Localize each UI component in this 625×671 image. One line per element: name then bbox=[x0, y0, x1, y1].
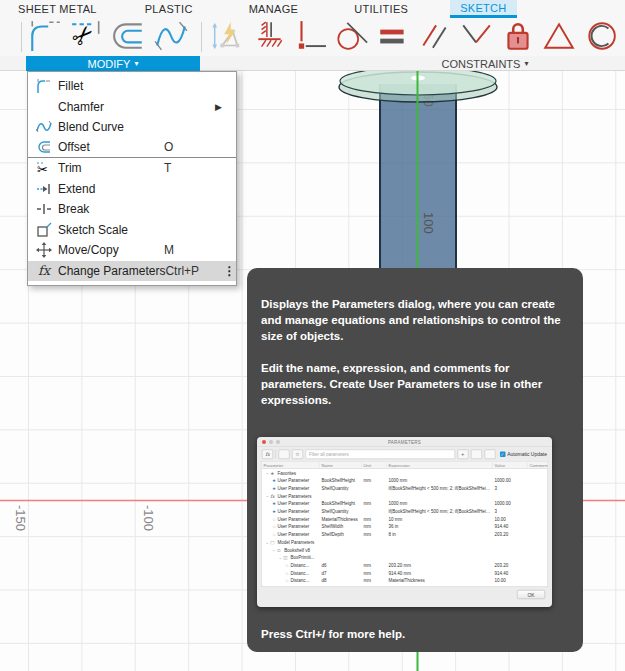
expand-caret-icon: ⌄ bbox=[266, 540, 269, 545]
menu-item[interactable]: Fillet ▶ ⋮ bbox=[28, 76, 236, 97]
expand-caret-icon: ⌄ bbox=[266, 494, 269, 499]
menu-item[interactable]: Move/Copy M ▶ ⋮ bbox=[28, 240, 236, 261]
chevron-down-icon: ▾ bbox=[524, 60, 528, 68]
row-type-icon: ★ bbox=[270, 470, 274, 475]
dialog-footer: OK bbox=[257, 587, 552, 603]
parameter-row: ☆ User Parameter MaterialThickness mm 10… bbox=[262, 515, 548, 523]
y-axis-tick-label: 100 bbox=[421, 212, 436, 234]
modify-dropdown-menu: Fillet ▶ ⋮ Chamfer ▶ ⋮ Blend Curve ▶ ⋮ O… bbox=[27, 71, 237, 286]
row-type-icon: fx bbox=[270, 493, 274, 498]
parameter-row: ⌄ fx User Parameters bbox=[262, 492, 548, 500]
menu-item[interactable]: Offset O ▶ ⋮ bbox=[28, 138, 236, 159]
menu-item-icon bbox=[34, 99, 54, 115]
filter-user-params-button bbox=[279, 449, 290, 459]
extend-tool-icon-partial[interactable] bbox=[0, 21, 14, 55]
favorite-star-icon: ★ bbox=[272, 509, 276, 514]
ribbon-tab[interactable]: UTILITIES bbox=[344, 0, 418, 18]
filter-parameters-input bbox=[306, 449, 455, 459]
x-axis-tick-label: -100 bbox=[141, 505, 156, 531]
parameter-row: ☆ Distanc... d6 mm 203.20 mm 203.20 bbox=[262, 561, 548, 569]
window-traffic-lights-icon bbox=[262, 440, 280, 444]
constraint-tool-icon[interactable] bbox=[376, 21, 410, 55]
parameter-row: ⌄ ▢ Model Parameters bbox=[262, 538, 548, 546]
favorite-star-icon: ☆ bbox=[272, 517, 276, 522]
constraint-tool-icon[interactable] bbox=[501, 21, 535, 55]
svg-text:✂: ✂ bbox=[37, 162, 48, 176]
constraint-tool-icon[interactable] bbox=[542, 21, 576, 55]
menu-item[interactable]: Extend ▶ ⋮ bbox=[28, 179, 236, 200]
parameter-row: ☆ Distanc... d8 mm MaterialThickness 10.… bbox=[262, 577, 548, 585]
favorite-star-icon: ☆ bbox=[272, 524, 276, 529]
parameter-row: ☆ Distanc... d7 mm 914.40 mm 914.40 bbox=[262, 569, 548, 577]
ribbon-toolbar: ✂ bbox=[0, 18, 625, 56]
row-type-icon: ◫ bbox=[283, 555, 287, 560]
constraint-tool-icon[interactable] bbox=[459, 21, 493, 55]
parameters-table-body: ⌄ ★ Favorites bbox=[262, 469, 548, 584]
dialog-title-bar: PARAMETERS bbox=[257, 437, 552, 447]
toolbar-separator bbox=[21, 22, 22, 52]
parameter-row: ★ User Parameter BookShelfHeight mm 1000… bbox=[262, 477, 548, 485]
constraint-tool-icon[interactable] bbox=[293, 21, 327, 55]
expand-caret-icon: ⌄ bbox=[279, 555, 282, 560]
menu-item[interactable]: Break ▶ ⋮ bbox=[28, 199, 236, 220]
menu-item-icon bbox=[34, 181, 54, 197]
menu-item[interactable]: Blend Curve ▶ ⋮ bbox=[28, 117, 236, 138]
menu-item-icon bbox=[34, 119, 54, 135]
menu-item-icon bbox=[34, 78, 54, 94]
favorite-star-icon: ★ bbox=[272, 501, 276, 506]
automatic-update-checkbox: ✓ Automatic Update bbox=[500, 451, 547, 457]
menu-item[interactable]: Sketch Scale ▶ ⋮ bbox=[28, 220, 236, 241]
menu-item-shortcut: T bbox=[164, 161, 210, 175]
svg-text:✂: ✂ bbox=[70, 19, 100, 53]
x-axis-tick-label: -150 bbox=[13, 505, 28, 531]
modify-tool-icon[interactable] bbox=[112, 21, 146, 55]
constraint-tool-icon[interactable] bbox=[252, 21, 286, 55]
delete-parameter-button bbox=[484, 449, 495, 459]
parameter-row: ☆ User Parameter ShelfDepth mm 8 in 203.… bbox=[262, 531, 548, 539]
menu-item-icon bbox=[34, 242, 54, 258]
expand-caret-icon: ⌄ bbox=[272, 548, 275, 553]
ribbon-tab[interactable]: PLASTIC bbox=[135, 0, 203, 18]
ribbon-tab[interactable]: SKETCH bbox=[450, 0, 516, 18]
modify-dropdown-button[interactable]: MODIFY ▾ bbox=[26, 56, 200, 71]
submenu-arrow-icon: ▶ bbox=[210, 102, 222, 112]
favorite-star-icon: ☆ bbox=[272, 532, 276, 537]
ribbon-tab[interactable]: SHEET METAL bbox=[8, 0, 107, 18]
constraints-dropdown-button[interactable]: CONSTRAINTS ▾ bbox=[442, 56, 529, 71]
checkbox-checked-icon: ✓ bbox=[500, 451, 506, 457]
parameter-row: ⌄ 🗋 Bookshelf v8 bbox=[262, 546, 548, 554]
chevron-down-icon: ▾ bbox=[134, 60, 138, 68]
favorite-star-icon: ★ bbox=[272, 486, 276, 491]
favorite-star-icon: ☆ bbox=[285, 563, 289, 568]
overflow-menu-icon[interactable]: ⋮ bbox=[223, 264, 233, 278]
constraint-tool-icon[interactable] bbox=[584, 21, 618, 55]
expand-caret-icon: ⌄ bbox=[266, 471, 269, 476]
menu-item-icon bbox=[34, 139, 54, 155]
parameter-row: ★ User Parameter ShelfQuantity if(BookSh… bbox=[262, 507, 548, 515]
favorite-star-icon: ☆ bbox=[285, 570, 289, 575]
change-parameters-tooltip: Displays the Parameters dialog, where yo… bbox=[247, 268, 583, 652]
favorite-star-icon: ★ bbox=[272, 478, 276, 483]
modify-tool-icon[interactable] bbox=[28, 21, 62, 55]
dialog-title: PARAMETERS bbox=[388, 439, 421, 444]
ribbon-tab[interactable]: MANAGE bbox=[239, 0, 308, 18]
ok-button: OK bbox=[517, 590, 545, 599]
parameter-row: ⌄ ★ Favorites bbox=[262, 469, 548, 477]
constraint-tool-icon[interactable] bbox=[210, 21, 244, 55]
favorites-filter-button: ☆ bbox=[292, 449, 303, 459]
parameters-dialog-preview-image: PARAMETERS fx ☆ + ✓ Automatic Update Par… bbox=[257, 437, 552, 607]
tooltip-text: Displays the Parameters dialog, where yo… bbox=[247, 268, 583, 409]
parameters-table-header: Parameter Name Unit Expression Value Com… bbox=[262, 462, 548, 470]
menu-item[interactable]: fx Change Parameters Ctrl+P ▶ ⋮ bbox=[28, 261, 236, 282]
favorite-star-icon: ☆ bbox=[285, 578, 289, 583]
parameter-row: ★ User Parameter ShelfQuantity if(BookSh… bbox=[262, 484, 548, 492]
menu-item[interactable]: Chamfer ▶ ⋮ bbox=[28, 97, 236, 118]
constraint-tool-icon[interactable] bbox=[418, 21, 452, 55]
modify-tool-icon[interactable] bbox=[154, 21, 188, 55]
menu-item-icon bbox=[34, 201, 54, 217]
modify-tool-icon[interactable]: ✂ bbox=[70, 21, 104, 55]
row-type-icon: 🗋 bbox=[277, 547, 282, 552]
fx-filter-button: fx bbox=[262, 449, 273, 459]
menu-item[interactable]: ✂ Trim T ▶ ⋮ bbox=[28, 158, 236, 179]
constraint-tool-icon[interactable] bbox=[335, 21, 369, 55]
